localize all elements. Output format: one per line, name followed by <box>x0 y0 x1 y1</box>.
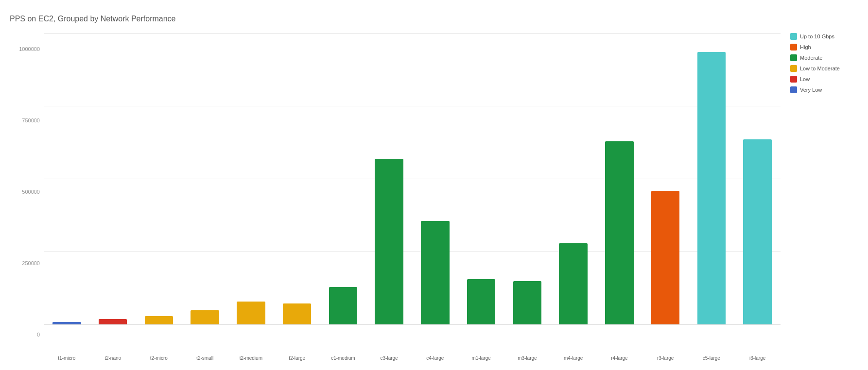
bar-group-r4-large <box>596 33 642 324</box>
legend-color-2 <box>790 54 797 61</box>
bar-t2-nano <box>99 319 127 324</box>
bar-group-t2-large <box>274 33 320 324</box>
y-axis-labels: 10000007500005000002500000 <box>10 46 44 337</box>
x-label-c4-large: c4-large <box>412 353 458 361</box>
y-label-1: 750000 <box>22 118 40 123</box>
x-label-c5-large: c5-large <box>689 353 735 361</box>
legend-label-0: Up to 10 Gbps <box>800 34 834 39</box>
bar-m4-large <box>559 243 588 324</box>
x-label-r3-large: r3-large <box>642 353 689 361</box>
legend-label-3: Low to Moderate <box>800 66 840 71</box>
legend-color-3 <box>790 65 797 72</box>
bar-group-m1-large <box>458 33 504 324</box>
x-label-c3-large: c3-large <box>366 353 412 361</box>
bar-group-c4-large <box>412 33 458 324</box>
x-label-m4-large: m4-large <box>550 353 596 361</box>
legend-item-5: Very Low <box>790 86 858 93</box>
chart-title: PPS on EC2, Grouped by Network Performan… <box>10 15 858 23</box>
legend-label-4: Low <box>800 76 810 82</box>
bar-group-c1-medium <box>320 33 366 324</box>
bar-c3-large <box>375 159 403 324</box>
legend-label-5: Very Low <box>800 87 822 93</box>
bar-r4-large <box>605 141 634 324</box>
x-label-m3-large: m3-large <box>504 353 551 361</box>
bar-t2-small <box>191 310 219 324</box>
legend-item-2: Moderate <box>790 54 858 61</box>
x-label-t2-large: t2-large <box>274 353 320 361</box>
y-label-2: 500000 <box>22 189 40 195</box>
legend-color-5 <box>790 86 797 93</box>
x-label-t2-medium: t2-medium <box>228 353 274 361</box>
x-label-i3-large: i3-large <box>734 353 781 361</box>
bar-t2-large <box>283 303 312 324</box>
legend-label-2: Moderate <box>800 55 822 61</box>
legend-item-3: Low to Moderate <box>790 65 858 72</box>
legend-item-4: Low <box>790 76 858 83</box>
plot-area <box>44 33 781 324</box>
bar-t1-micro <box>52 322 81 324</box>
x-label-t2-small: t2-small <box>182 353 228 361</box>
bar-t2-micro <box>145 316 174 324</box>
x-label-t1-micro: t1-micro <box>44 353 90 361</box>
x-label-r4-large: r4-large <box>596 353 642 361</box>
legend: Up to 10 GbpsHighModerateLow to Moderate… <box>781 33 858 353</box>
x-label-c1-medium: c1-medium <box>320 353 366 361</box>
legend-color-4 <box>790 76 797 83</box>
bar-m1-large <box>467 279 496 324</box>
bar-group-t2-small <box>182 33 228 324</box>
bar-group-t1-micro <box>44 33 90 324</box>
legend-label-1: High <box>800 44 811 50</box>
bar-group-r3-large <box>642 33 689 324</box>
x-label-t2-micro: t2-micro <box>136 353 182 361</box>
bar-group-i3-large <box>734 33 781 324</box>
bar-i3-large <box>743 139 772 324</box>
bar-group-t2-nano <box>90 33 136 324</box>
x-labels: t1-microt2-nanot2-microt2-smallt2-medium… <box>44 353 781 361</box>
legend-item-0: Up to 10 Gbps <box>790 33 858 40</box>
grid-line-0 <box>44 324 781 325</box>
bar-group-t2-medium <box>228 33 274 324</box>
bar-c1-medium <box>329 287 358 324</box>
bar-r3-large <box>651 191 680 324</box>
bar-t2-medium <box>237 302 265 324</box>
bar-group-m4-large <box>550 33 596 324</box>
legend-item-1: High <box>790 44 858 50</box>
y-label-3: 250000 <box>22 260 40 266</box>
bar-c4-large <box>421 221 450 324</box>
y-label-0: 1000000 <box>19 46 40 52</box>
x-label-m1-large: m1-large <box>458 353 504 361</box>
bar-c5-large <box>697 52 726 324</box>
bar-group-c5-large <box>689 33 735 324</box>
legend-color-1 <box>790 44 797 50</box>
x-label-t2-nano: t2-nano <box>90 353 136 361</box>
chart-container: PPS on EC2, Grouped by Network Performan… <box>0 0 868 370</box>
bar-group-t2-micro <box>136 33 182 324</box>
bar-m3-large <box>513 281 542 324</box>
bar-group-m3-large <box>504 33 551 324</box>
bars-wrapper <box>44 33 781 324</box>
bar-group-c3-large <box>366 33 412 324</box>
y-label-4: 0 <box>37 332 40 337</box>
legend-color-0 <box>790 33 797 40</box>
